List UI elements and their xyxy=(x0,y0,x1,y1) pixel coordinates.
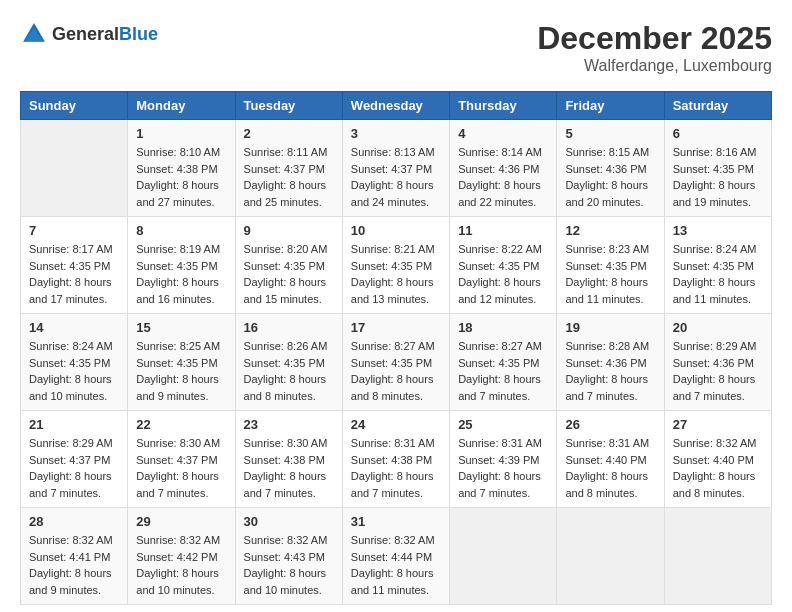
sunset-text: Sunset: 4:43 PM xyxy=(244,551,325,563)
sunset-text: Sunset: 4:35 PM xyxy=(458,260,539,272)
daylight-text: Daylight: 8 hours and 19 minutes. xyxy=(673,179,756,208)
daylight-text: Daylight: 8 hours and 7 minutes. xyxy=(458,470,541,499)
calendar-cell xyxy=(21,120,128,217)
daylight-text: Daylight: 8 hours and 10 minutes. xyxy=(244,567,327,596)
cell-content: Sunrise: 8:24 AM Sunset: 4:35 PM Dayligh… xyxy=(673,241,763,307)
calendar-cell xyxy=(557,508,664,605)
sunset-text: Sunset: 4:38 PM xyxy=(136,163,217,175)
cell-content: Sunrise: 8:20 AM Sunset: 4:35 PM Dayligh… xyxy=(244,241,334,307)
sunrise-text: Sunrise: 8:24 AM xyxy=(29,340,113,352)
sunset-text: Sunset: 4:35 PM xyxy=(136,357,217,369)
day-number: 24 xyxy=(351,417,441,432)
daylight-text: Daylight: 8 hours and 8 minutes. xyxy=(565,470,648,499)
daylight-text: Daylight: 8 hours and 24 minutes. xyxy=(351,179,434,208)
cell-content: Sunrise: 8:15 AM Sunset: 4:36 PM Dayligh… xyxy=(565,144,655,210)
cell-content: Sunrise: 8:26 AM Sunset: 4:35 PM Dayligh… xyxy=(244,338,334,404)
daylight-text: Daylight: 8 hours and 13 minutes. xyxy=(351,276,434,305)
calendar-cell: 29 Sunrise: 8:32 AM Sunset: 4:42 PM Dayl… xyxy=(128,508,235,605)
daylight-text: Daylight: 8 hours and 12 minutes. xyxy=(458,276,541,305)
calendar-cell: 18 Sunrise: 8:27 AM Sunset: 4:35 PM Dayl… xyxy=(450,314,557,411)
sunrise-text: Sunrise: 8:19 AM xyxy=(136,243,220,255)
sunset-text: Sunset: 4:35 PM xyxy=(136,260,217,272)
sunrise-text: Sunrise: 8:23 AM xyxy=(565,243,649,255)
calendar-cell: 17 Sunrise: 8:27 AM Sunset: 4:35 PM Dayl… xyxy=(342,314,449,411)
sunset-text: Sunset: 4:35 PM xyxy=(244,357,325,369)
cell-content: Sunrise: 8:32 AM Sunset: 4:40 PM Dayligh… xyxy=(673,435,763,501)
calendar-cell: 1 Sunrise: 8:10 AM Sunset: 4:38 PM Dayli… xyxy=(128,120,235,217)
daylight-text: Daylight: 8 hours and 7 minutes. xyxy=(244,470,327,499)
calendar-cell: 24 Sunrise: 8:31 AM Sunset: 4:38 PM Dayl… xyxy=(342,411,449,508)
sunrise-text: Sunrise: 8:32 AM xyxy=(136,534,220,546)
cell-content: Sunrise: 8:17 AM Sunset: 4:35 PM Dayligh… xyxy=(29,241,119,307)
sunset-text: Sunset: 4:35 PM xyxy=(29,260,110,272)
sunset-text: Sunset: 4:36 PM xyxy=(565,163,646,175)
sunrise-text: Sunrise: 8:22 AM xyxy=(458,243,542,255)
daylight-text: Daylight: 8 hours and 11 minutes. xyxy=(351,567,434,596)
sunset-text: Sunset: 4:37 PM xyxy=(244,163,325,175)
cell-content: Sunrise: 8:32 AM Sunset: 4:43 PM Dayligh… xyxy=(244,532,334,598)
calendar-cell: 23 Sunrise: 8:30 AM Sunset: 4:38 PM Dayl… xyxy=(235,411,342,508)
sunset-text: Sunset: 4:37 PM xyxy=(136,454,217,466)
cell-content: Sunrise: 8:25 AM Sunset: 4:35 PM Dayligh… xyxy=(136,338,226,404)
cell-content: Sunrise: 8:31 AM Sunset: 4:39 PM Dayligh… xyxy=(458,435,548,501)
calendar-header-friday: Friday xyxy=(557,92,664,120)
logo-blue: Blue xyxy=(119,24,158,44)
day-number: 23 xyxy=(244,417,334,432)
sunrise-text: Sunrise: 8:10 AM xyxy=(136,146,220,158)
daylight-text: Daylight: 8 hours and 11 minutes. xyxy=(565,276,648,305)
calendar-table: SundayMondayTuesdayWednesdayThursdayFrid… xyxy=(20,91,772,605)
cell-content: Sunrise: 8:32 AM Sunset: 4:44 PM Dayligh… xyxy=(351,532,441,598)
cell-content: Sunrise: 8:31 AM Sunset: 4:38 PM Dayligh… xyxy=(351,435,441,501)
sunrise-text: Sunrise: 8:30 AM xyxy=(244,437,328,449)
daylight-text: Daylight: 8 hours and 7 minutes. xyxy=(29,470,112,499)
cell-content: Sunrise: 8:10 AM Sunset: 4:38 PM Dayligh… xyxy=(136,144,226,210)
cell-content: Sunrise: 8:27 AM Sunset: 4:35 PM Dayligh… xyxy=(458,338,548,404)
day-number: 21 xyxy=(29,417,119,432)
day-number: 9 xyxy=(244,223,334,238)
sunset-text: Sunset: 4:38 PM xyxy=(351,454,432,466)
sunset-text: Sunset: 4:41 PM xyxy=(29,551,110,563)
month-title: December 2025 xyxy=(537,20,772,57)
daylight-text: Daylight: 8 hours and 16 minutes. xyxy=(136,276,219,305)
calendar-header-thursday: Thursday xyxy=(450,92,557,120)
daylight-text: Daylight: 8 hours and 8 minutes. xyxy=(244,373,327,402)
day-number: 1 xyxy=(136,126,226,141)
calendar-week-4: 21 Sunrise: 8:29 AM Sunset: 4:37 PM Dayl… xyxy=(21,411,772,508)
sunset-text: Sunset: 4:35 PM xyxy=(29,357,110,369)
sunrise-text: Sunrise: 8:29 AM xyxy=(673,340,757,352)
sunrise-text: Sunrise: 8:20 AM xyxy=(244,243,328,255)
cell-content: Sunrise: 8:14 AM Sunset: 4:36 PM Dayligh… xyxy=(458,144,548,210)
cell-content: Sunrise: 8:27 AM Sunset: 4:35 PM Dayligh… xyxy=(351,338,441,404)
calendar-cell: 16 Sunrise: 8:26 AM Sunset: 4:35 PM Dayl… xyxy=(235,314,342,411)
calendar-cell: 2 Sunrise: 8:11 AM Sunset: 4:37 PM Dayli… xyxy=(235,120,342,217)
calendar-cell: 9 Sunrise: 8:20 AM Sunset: 4:35 PM Dayli… xyxy=(235,217,342,314)
calendar-header-row: SundayMondayTuesdayWednesdayThursdayFrid… xyxy=(21,92,772,120)
day-number: 3 xyxy=(351,126,441,141)
sunset-text: Sunset: 4:38 PM xyxy=(244,454,325,466)
cell-content: Sunrise: 8:31 AM Sunset: 4:40 PM Dayligh… xyxy=(565,435,655,501)
calendar-cell: 5 Sunrise: 8:15 AM Sunset: 4:36 PM Dayli… xyxy=(557,120,664,217)
day-number: 13 xyxy=(673,223,763,238)
calendar-cell: 19 Sunrise: 8:28 AM Sunset: 4:36 PM Dayl… xyxy=(557,314,664,411)
calendar-cell xyxy=(664,508,771,605)
daylight-text: Daylight: 8 hours and 17 minutes. xyxy=(29,276,112,305)
sunrise-text: Sunrise: 8:28 AM xyxy=(565,340,649,352)
calendar-cell: 30 Sunrise: 8:32 AM Sunset: 4:43 PM Dayl… xyxy=(235,508,342,605)
sunrise-text: Sunrise: 8:27 AM xyxy=(458,340,542,352)
cell-content: Sunrise: 8:29 AM Sunset: 4:37 PM Dayligh… xyxy=(29,435,119,501)
calendar-cell: 27 Sunrise: 8:32 AM Sunset: 4:40 PM Dayl… xyxy=(664,411,771,508)
day-number: 16 xyxy=(244,320,334,335)
day-number: 5 xyxy=(565,126,655,141)
day-number: 31 xyxy=(351,514,441,529)
daylight-text: Daylight: 8 hours and 11 minutes. xyxy=(673,276,756,305)
sunrise-text: Sunrise: 8:30 AM xyxy=(136,437,220,449)
calendar-header-wednesday: Wednesday xyxy=(342,92,449,120)
calendar-cell: 8 Sunrise: 8:19 AM Sunset: 4:35 PM Dayli… xyxy=(128,217,235,314)
sunset-text: Sunset: 4:36 PM xyxy=(565,357,646,369)
calendar-cell: 22 Sunrise: 8:30 AM Sunset: 4:37 PM Dayl… xyxy=(128,411,235,508)
day-number: 10 xyxy=(351,223,441,238)
calendar-cell: 21 Sunrise: 8:29 AM Sunset: 4:37 PM Dayl… xyxy=(21,411,128,508)
daylight-text: Daylight: 8 hours and 8 minutes. xyxy=(673,470,756,499)
calendar-header-monday: Monday xyxy=(128,92,235,120)
daylight-text: Daylight: 8 hours and 8 minutes. xyxy=(351,373,434,402)
